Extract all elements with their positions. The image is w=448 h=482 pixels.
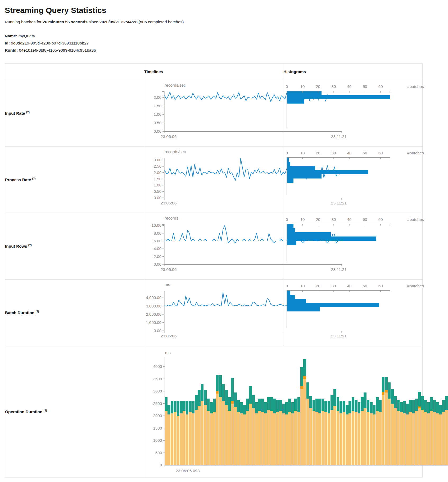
- input-rows-histogram-chart: 0102030405060#batches: [283, 213, 426, 279]
- svg-text:2500: 2500: [153, 401, 162, 406]
- svg-text:40: 40: [347, 84, 352, 89]
- timelines-column-header: Timelines: [144, 64, 283, 80]
- running-start-time: 2020/05/21 22:44:28: [99, 20, 138, 24]
- input-rate-row: Input Rate (?) records/sec2.001.501.000.…: [5, 80, 423, 147]
- svg-text:2.00: 2.00: [154, 170, 161, 175]
- input-rows-label: Input Rows: [5, 244, 27, 249]
- svg-text:30: 30: [332, 217, 336, 222]
- input-rate-label: Input Rate: [5, 111, 25, 116]
- svg-text:1,000.00: 1,000.00: [146, 320, 161, 325]
- running-duration: 26 minutes 56 seconds: [43, 20, 88, 24]
- batch-duration-histogram-cell: 0102030405060#batches: [283, 280, 423, 346]
- process-rate-label-cell: Process Rate (?): [5, 147, 144, 213]
- svg-text:1.00: 1.00: [154, 112, 161, 117]
- svg-text:3500: 3500: [153, 377, 162, 381]
- svg-text:60: 60: [378, 284, 383, 288]
- page-title: Streaming Query Statistics: [5, 6, 443, 15]
- query-runid-line: RunId: 04e101e6-8bf8-4165-9099-9104c951b…: [5, 47, 443, 54]
- svg-text:0: 0: [160, 463, 162, 467]
- svg-text:records/sec: records/sec: [165, 83, 186, 87]
- svg-text:20: 20: [316, 151, 320, 155]
- input-rate-label-cell: Input Rate (?): [5, 80, 144, 147]
- batch-duration-histogram-chart: 0102030405060#batches: [283, 280, 426, 346]
- batch-duration-timeline-cell: ms4,000.003,000.002,000.001,000.000.0023…: [144, 280, 283, 346]
- batch-duration-hint-icon[interactable]: (?): [35, 310, 39, 313]
- svg-text:4,000.00: 4,000.00: [146, 295, 161, 300]
- table-header-row: Timelines Histograms: [5, 64, 423, 80]
- input-rows-hint-icon[interactable]: (?): [28, 244, 32, 247]
- process-rate-hint-icon[interactable]: (?): [32, 177, 36, 180]
- svg-text:23:06:06: 23:06:06: [161, 267, 177, 272]
- operation-duration-hint-icon[interactable]: (?): [44, 409, 47, 412]
- svg-text:50: 50: [363, 284, 367, 288]
- input-rate-timeline-cell: records/sec2.001.501.000.500.0023:06:062…: [144, 80, 283, 147]
- svg-text:6.00: 6.00: [154, 239, 161, 243]
- svg-text:40: 40: [347, 151, 352, 155]
- process-rate-histogram-cell: 0102030405060#batches: [283, 147, 423, 213]
- svg-text:10: 10: [300, 151, 305, 155]
- svg-text:records/sec: records/sec: [165, 149, 186, 154]
- id-label: Id:: [5, 41, 10, 45]
- svg-text:50: 50: [363, 151, 367, 155]
- name-label: Name:: [5, 34, 17, 38]
- svg-text:10: 10: [300, 284, 305, 288]
- input-rate-hint-icon[interactable]: (?): [26, 111, 30, 114]
- svg-text:23:11:21: 23:11:21: [331, 134, 347, 139]
- svg-text:1500: 1500: [153, 426, 162, 430]
- input-rate-histogram-chart: 0102030405060#batches: [283, 80, 426, 146]
- input-rows-label-cell: Input Rows (?): [5, 213, 144, 280]
- svg-text:23:11:21: 23:11:21: [331, 334, 347, 338]
- svg-text:23:06:06.093: 23:06:06.093: [176, 468, 200, 473]
- batch-duration-row: Batch Duration (?) ms4,000.003,000.002,0…: [5, 280, 423, 346]
- svg-text:0: 0: [286, 284, 288, 288]
- runid-label: RunId:: [5, 48, 18, 52]
- histograms-column-header: Histograms: [283, 64, 423, 80]
- svg-text:2.50: 2.50: [154, 164, 161, 168]
- query-meta: Name: myQuery Id: 9d0dd219-995d-423e-b97…: [5, 32, 443, 54]
- operation-duration-row: Operation Duration (?) ms400035003000250…: [5, 346, 423, 477]
- svg-text:1.50: 1.50: [154, 177, 161, 181]
- statistics-table: Timelines Histograms Input Rate (?) reco…: [5, 63, 423, 477]
- svg-text:10.00: 10.00: [151, 223, 161, 227]
- id-value: 9d0dd219-995d-423e-b97d-36931110bb27: [11, 41, 89, 45]
- svg-text:10: 10: [300, 217, 305, 222]
- svg-text:records: records: [165, 216, 178, 220]
- svg-text:#batches: #batches: [407, 284, 424, 288]
- svg-text:0: 0: [286, 151, 288, 155]
- svg-text:1000: 1000: [153, 438, 162, 443]
- process-rate-timeline-cell: records/sec3.002.502.001.501.000.500.002…: [144, 147, 283, 213]
- svg-text:#batches: #batches: [407, 217, 424, 222]
- svg-text:50: 50: [363, 217, 367, 222]
- process-rate-row: Process Rate (?) records/sec3.002.502.00…: [5, 147, 423, 213]
- svg-text:0.50: 0.50: [154, 120, 161, 125]
- svg-text:30: 30: [332, 84, 336, 89]
- streaming-query-statistics-page: Streaming Query Statistics Running batch…: [0, 0, 448, 482]
- query-id-line: Id: 9d0dd219-995d-423e-b97d-36931110bb27: [5, 39, 443, 47]
- batch-duration-label: Batch Duration: [5, 311, 34, 315]
- svg-text:20: 20: [316, 84, 320, 89]
- input-rate-histogram-cell: 0102030405060#batches: [283, 80, 423, 147]
- query-name-line: Name: myQuery: [5, 32, 443, 39]
- svg-text:0.00: 0.00: [154, 195, 161, 200]
- svg-text:ms: ms: [165, 350, 171, 355]
- svg-text:50: 50: [363, 84, 367, 89]
- svg-text:10: 10: [300, 84, 305, 89]
- running-mid: since: [88, 20, 99, 24]
- svg-text:2,000.00: 2,000.00: [146, 312, 161, 316]
- running-suffix: completed batches): [147, 20, 184, 24]
- operation-duration-chart-cell: ms4000350030002500200015001000500023:06:…: [144, 346, 423, 477]
- svg-text:0: 0: [286, 84, 288, 89]
- svg-text:4.00: 4.00: [154, 246, 161, 251]
- input-rows-timeline-cell: records10.008.006.004.002.000.0023:06:06…: [144, 213, 283, 280]
- operation-duration-stacked-chart: ms4000350030002500200015001000500023:06:…: [144, 346, 448, 477]
- svg-text:23:06:06: 23:06:06: [161, 201, 177, 205]
- svg-text:2000: 2000: [153, 413, 162, 418]
- svg-text:0.00: 0.00: [154, 262, 161, 266]
- svg-text:4000: 4000: [153, 364, 162, 369]
- running-prefix: Running batches for: [5, 20, 43, 24]
- svg-text:20: 20: [316, 284, 320, 288]
- running-batches-line: Running batches for 26 minutes 56 second…: [5, 20, 443, 24]
- svg-text:2.00: 2.00: [154, 95, 161, 100]
- svg-text:0.00: 0.00: [154, 129, 161, 133]
- svg-text:30: 30: [332, 151, 336, 155]
